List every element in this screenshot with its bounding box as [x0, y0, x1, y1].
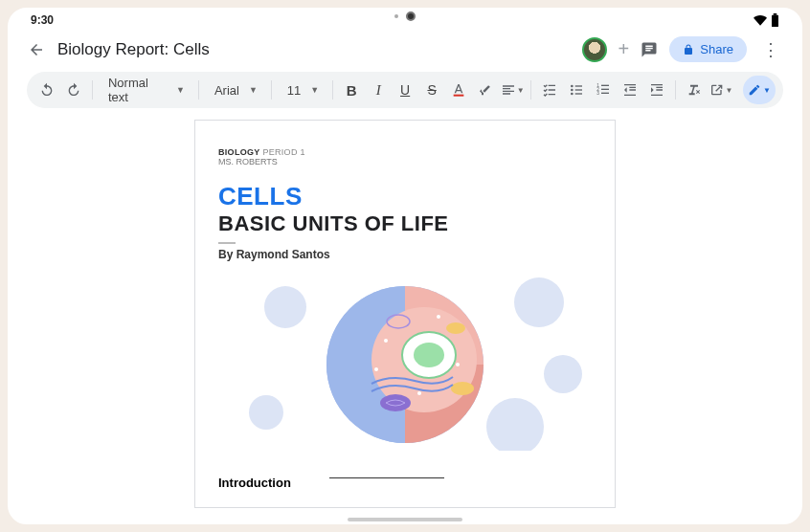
align-icon [501, 82, 516, 98]
comments-button[interactable] [641, 41, 658, 58]
svg-point-32 [456, 363, 460, 366]
clear-format-icon [686, 82, 702, 98]
indent-increase-button[interactable] [644, 77, 669, 103]
svg-rect-2 [454, 95, 464, 97]
undo-button[interactable] [34, 77, 59, 103]
back-button[interactable] [27, 40, 46, 59]
svg-point-28 [384, 339, 388, 343]
undo-icon [39, 82, 55, 98]
battery-icon [771, 13, 779, 27]
lock-icon [683, 44, 694, 55]
doc-subtitle: BASIC UNITS OF LIFE [218, 211, 592, 236]
indent-increase-icon [649, 82, 664, 98]
svg-point-26 [451, 382, 474, 395]
svg-text:3: 3 [596, 91, 599, 96]
checklist-button[interactable] [537, 77, 562, 103]
italic-button[interactable]: I [366, 77, 391, 103]
intro-underline [329, 477, 444, 478]
camera [394, 11, 416, 21]
add-collaborator-button[interactable]: + [619, 38, 630, 60]
svg-point-27 [380, 394, 411, 411]
svg-point-25 [446, 322, 465, 334]
title-rule [218, 242, 236, 244]
text-color-button[interactable] [446, 77, 471, 103]
svg-point-29 [437, 315, 440, 319]
clock: 9:30 [31, 13, 54, 27]
align-button[interactable]: ▼ [500, 77, 525, 103]
svg-rect-10 [601, 85, 609, 86]
comment-icon [641, 41, 658, 58]
bullet-list-button[interactable] [564, 77, 589, 103]
highlight-icon [478, 82, 493, 98]
numbered-list-button[interactable]: 123 [591, 77, 616, 103]
indent-decrease-icon [622, 82, 638, 98]
strikethrough-button[interactable]: S [419, 77, 444, 103]
pen-tool-button[interactable]: ▼ [743, 76, 776, 104]
svg-point-16 [514, 277, 564, 327]
bullet-list-icon [569, 82, 584, 98]
svg-rect-12 [601, 89, 609, 90]
checklist-icon [542, 82, 557, 98]
cell-illustration [218, 269, 592, 451]
bold-button[interactable]: B [339, 77, 364, 103]
numbered-list-icon: 123 [596, 82, 611, 98]
svg-point-31 [374, 367, 378, 371]
svg-rect-1 [774, 13, 777, 15]
arrow-left-icon [28, 41, 45, 58]
doc-header: Biology Report: Cells + Share ⋮ [8, 29, 802, 70]
wifi-icon [754, 14, 767, 26]
byline: By Raymond Santos [218, 248, 592, 261]
edit-mode-icon [709, 82, 725, 98]
teacher-line: MS. ROBERTS [218, 157, 592, 166]
font-select[interactable]: Arial▼ [205, 77, 265, 103]
indent-decrease-button[interactable] [618, 77, 642, 103]
document-page[interactable]: BIOLOGY PERIOD 1 MS. ROBERTS CELLS BASIC… [194, 120, 616, 508]
highlight-button[interactable] [473, 77, 498, 103]
share-button[interactable]: Share [669, 36, 747, 62]
clear-formatting-button[interactable] [682, 77, 707, 103]
svg-rect-6 [575, 89, 582, 90]
svg-rect-4 [575, 85, 582, 86]
toolbar: Normal text▼ Arial▼ 11▼ B I U S ▼ [27, 72, 783, 108]
avatar[interactable] [582, 37, 607, 62]
svg-rect-0 [772, 15, 778, 27]
doc-title-cells: CELLS [218, 182, 592, 211]
kicker: BIOLOGY PERIOD 1 [218, 147, 592, 157]
svg-rect-14 [601, 93, 609, 94]
svg-point-19 [486, 398, 544, 451]
doc-title[interactable]: Biology Report: Cells [57, 40, 582, 59]
svg-point-5 [571, 89, 574, 92]
redo-button[interactable] [61, 77, 86, 103]
svg-point-23 [414, 343, 444, 367]
share-label: Share [700, 42, 733, 56]
font-size-select[interactable]: 11▼ [278, 77, 326, 103]
pen-icon [748, 83, 761, 97]
edit-mode-button[interactable]: ▼ [709, 77, 733, 103]
svg-point-18 [249, 395, 283, 430]
intro-heading: Introduction [218, 476, 291, 490]
svg-point-15 [264, 286, 306, 328]
paragraph-style-select[interactable]: Normal text▼ [99, 77, 192, 103]
redo-icon [66, 82, 81, 98]
underline-button[interactable]: U [393, 77, 417, 103]
svg-point-7 [571, 93, 574, 96]
nav-handle[interactable] [348, 518, 462, 521]
svg-point-17 [544, 355, 582, 393]
canvas[interactable]: BIOLOGY PERIOD 1 MS. ROBERTS CELLS BASIC… [8, 116, 802, 508]
svg-point-30 [417, 391, 421, 395]
more-menu-button[interactable]: ⋮ [758, 39, 783, 60]
svg-rect-8 [575, 93, 582, 94]
text-color-icon [451, 82, 466, 98]
tablet-frame: 9:30 Biology Report: Cells + Share ⋮ [0, 0, 810, 532]
svg-point-3 [571, 85, 574, 88]
